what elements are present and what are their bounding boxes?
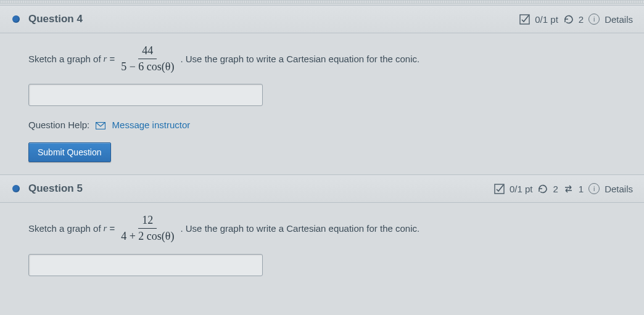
swap-icon bbox=[563, 184, 574, 194]
prompt-text-before: Sketch a graph of bbox=[28, 223, 101, 234]
retry-icon bbox=[537, 184, 548, 194]
fraction: 12 4 + 2 cos(θ) bbox=[121, 214, 174, 242]
fraction-numerator: 12 bbox=[138, 214, 157, 229]
info-icon[interactable]: i bbox=[588, 14, 600, 25]
status-dot-icon bbox=[12, 15, 20, 23]
equals-sign: = bbox=[109, 223, 115, 234]
question-5-body: Sketch a graph of r = 12 4 + 2 cos(θ) . … bbox=[0, 203, 644, 282]
question-prompt: Sketch a graph of r = 44 5 − 6 cos(θ) . … bbox=[28, 44, 625, 73]
attempts-text: 2 bbox=[553, 184, 558, 194]
question-5: Question 5 0/1 pt 2 1 i Details Sketch a… bbox=[0, 174, 644, 288]
question-title: Question 4 bbox=[28, 13, 83, 25]
status-dot-icon bbox=[12, 185, 20, 192]
question-4-header[interactable]: Question 4 0/1 pt 2 i Details bbox=[0, 5, 644, 33]
question-prompt: Sketch a graph of r = 12 4 + 2 cos(θ) . … bbox=[28, 214, 625, 242]
mail-icon bbox=[96, 122, 105, 129]
details-link[interactable]: Details bbox=[605, 14, 633, 25]
fraction-numerator: 44 bbox=[138, 44, 157, 59]
attempts-text: 2 bbox=[579, 14, 584, 25]
question-title: Question 5 bbox=[28, 182, 83, 195]
question-meta: 0/1 pt 2 i Details bbox=[519, 14, 633, 25]
question-5-header[interactable]: Question 5 0/1 pt 2 1 i Details bbox=[0, 174, 644, 203]
help-label: Question Help: bbox=[28, 120, 89, 130]
retries-text: 1 bbox=[579, 184, 584, 194]
message-instructor-link[interactable]: Message instructor bbox=[112, 120, 191, 130]
score-text: 0/1 pt bbox=[535, 14, 558, 25]
prompt-text-before: Sketch a graph of bbox=[28, 54, 101, 64]
info-icon[interactable]: i bbox=[588, 183, 600, 194]
question-4-body: Sketch a graph of r = 44 5 − 6 cos(θ) . … bbox=[0, 33, 644, 168]
answer-input[interactable] bbox=[28, 84, 263, 106]
checkbox-icon bbox=[519, 14, 530, 25]
question-4: Question 4 0/1 pt 2 i Details Sketch a g… bbox=[0, 5, 644, 174]
fraction-denominator: 5 − 6 cos(θ) bbox=[121, 59, 174, 73]
retry-icon bbox=[563, 14, 574, 25]
fraction-denominator: 4 + 2 cos(θ) bbox=[121, 229, 174, 243]
score-text: 0/1 pt bbox=[510, 184, 533, 194]
submit-question-button[interactable]: Submit Question bbox=[28, 142, 111, 162]
variable-r: r bbox=[104, 223, 107, 234]
equals-sign: = bbox=[109, 54, 115, 64]
question-meta: 0/1 pt 2 1 i Details bbox=[494, 183, 633, 194]
help-row: Question Help: Message instructor bbox=[28, 120, 625, 130]
checkbox-icon bbox=[494, 184, 505, 194]
fraction: 44 5 − 6 cos(θ) bbox=[121, 44, 174, 73]
prompt-text-after: . Use the graph to write a Cartesian equ… bbox=[180, 54, 419, 64]
prompt-text-after: . Use the graph to write a Cartesian equ… bbox=[180, 223, 419, 234]
answer-input[interactable] bbox=[28, 254, 263, 276]
details-link[interactable]: Details bbox=[605, 184, 633, 194]
variable-r: r bbox=[104, 54, 107, 64]
